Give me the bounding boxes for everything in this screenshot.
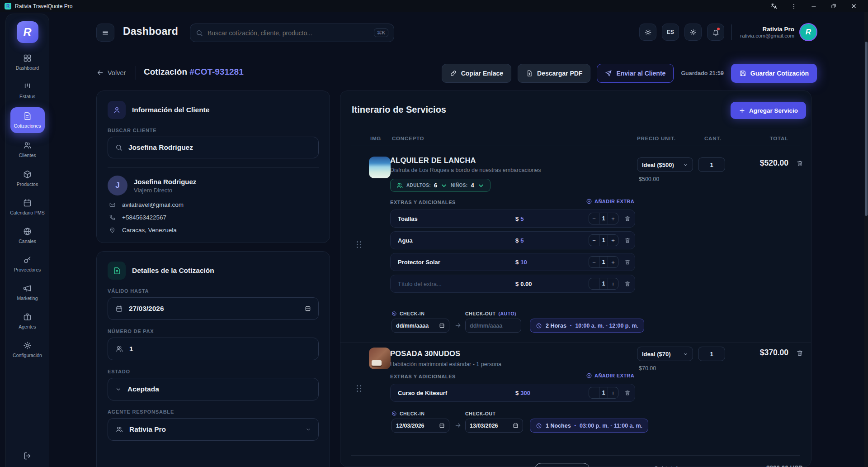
sidebar-item-proveedores[interactable]: Proveedores xyxy=(9,252,46,276)
close-icon[interactable] xyxy=(844,0,863,12)
minimize-icon[interactable] xyxy=(804,0,824,12)
scrollbar-track[interactable] xyxy=(864,12,868,467)
menu-button[interactable] xyxy=(96,24,114,42)
sidebar-item-canales[interactable]: Canales xyxy=(9,224,46,248)
pax-field[interactable] xyxy=(108,338,319,360)
document-icon xyxy=(108,262,126,280)
add-service-button[interactable]: Agregar Servicio xyxy=(731,102,806,119)
minus-icon[interactable] xyxy=(589,215,599,222)
price-option-select[interactable]: Ideal ($500) xyxy=(637,157,693,172)
plus-icon[interactable] xyxy=(608,215,618,222)
link-icon xyxy=(450,70,457,77)
send-to-client-button[interactable]: Enviar al Cliente xyxy=(597,64,674,83)
language-button[interactable]: ES xyxy=(662,24,679,41)
quote-title: Cotización #COT-931281 xyxy=(144,67,244,77)
checkin-date-input[interactable]: 12/03/2026 xyxy=(392,419,449,433)
add-extra-button[interactable]: AÑADIR EXTRA xyxy=(586,198,634,205)
quantity-stepper[interactable]: 1 xyxy=(589,234,618,246)
client-search-field[interactable] xyxy=(108,137,319,158)
sidebar-item-cotizaciones[interactable]: Cotizaciones xyxy=(10,107,45,133)
delete-service-icon[interactable] xyxy=(796,160,803,167)
plus-icon[interactable] xyxy=(608,281,618,287)
arrow-left-icon xyxy=(96,69,104,76)
user-avatar[interactable]: R xyxy=(799,23,817,41)
service-image xyxy=(369,157,391,178)
checkout-date-input[interactable]: 13/03/2026 xyxy=(465,419,523,433)
extra-name-input[interactable] xyxy=(398,259,484,266)
status-select[interactable]: Aceptada xyxy=(108,378,319,400)
price-option-select[interactable]: Ideal ($70) xyxy=(637,347,693,361)
sidebar-item-dashboard[interactable]: Dashboard xyxy=(9,50,46,74)
add-extra-button[interactable]: AÑADIR EXTRA xyxy=(586,372,634,379)
extra-price[interactable]: $10 xyxy=(515,259,527,266)
sidebar-item-configuracion[interactable]: Configuración xyxy=(9,338,46,362)
logout-icon[interactable] xyxy=(23,451,32,461)
plus-icon[interactable] xyxy=(608,390,618,396)
extra-price[interactable]: $0.00 xyxy=(515,281,532,287)
checkin-date-input[interactable]: dd/mm/aaaa xyxy=(392,319,449,333)
plus-icon[interactable] xyxy=(608,237,618,244)
quantity-stepper[interactable]: 1 xyxy=(589,213,618,224)
minus-icon[interactable] xyxy=(589,237,599,244)
notifications-button[interactable] xyxy=(707,24,724,41)
save-quote-button[interactable]: Guardar Cotización xyxy=(731,64,817,83)
delete-extra-icon[interactable] xyxy=(624,215,631,222)
extra-price[interactable]: $300 xyxy=(515,390,530,396)
quantity-stepper[interactable]: 1 xyxy=(589,387,618,399)
valid-until-field[interactable] xyxy=(108,297,319,320)
extra-name-input[interactable] xyxy=(398,281,484,287)
minus-icon[interactable] xyxy=(589,281,599,287)
checkout-label: CHECK-OUT (AUTO) xyxy=(465,311,516,316)
pax-input[interactable] xyxy=(129,345,311,353)
sidebar-item-productos[interactable]: Productos xyxy=(9,167,46,191)
client-search-input[interactable] xyxy=(128,143,311,152)
adults-value: 6 xyxy=(434,182,437,189)
quote-number: #COT-931281 xyxy=(189,67,243,76)
download-pdf-button[interactable]: Descargar PDF xyxy=(518,64,590,83)
extra-price[interactable]: $5 xyxy=(515,215,524,222)
delete-extra-icon[interactable] xyxy=(624,259,631,265)
kebab-menu-icon[interactable] xyxy=(784,0,804,12)
client-avatar: J xyxy=(108,176,127,195)
minus-icon[interactable] xyxy=(589,259,599,266)
target-icon xyxy=(392,311,397,316)
sidebar-item-agentes[interactable]: Agentes xyxy=(9,309,46,333)
brand-logo[interactable]: R xyxy=(17,21,38,43)
translate-icon[interactable] xyxy=(764,0,784,12)
send-icon xyxy=(605,70,612,77)
checkout-date-input[interactable]: dd/mm/aaaa xyxy=(465,319,521,333)
saved-status: Guardado 21:59 xyxy=(680,70,724,76)
global-search[interactable]: ⌘K xyxy=(190,24,394,42)
plus-icon[interactable] xyxy=(608,259,618,266)
users-icon xyxy=(396,182,403,189)
sidebar-item-clientes[interactable]: Clientes xyxy=(9,138,46,162)
sidebar-item-calendario-pms[interactable]: Calendario PMS xyxy=(9,195,46,219)
plus-circle-icon xyxy=(586,198,592,205)
sidebar-item-marketing[interactable]: Marketing xyxy=(9,281,46,305)
maximize-icon[interactable] xyxy=(824,0,844,12)
delete-service-icon[interactable] xyxy=(796,349,803,357)
extra-name-input[interactable] xyxy=(398,390,484,396)
agent-select[interactable]: Rativia Pro xyxy=(108,418,319,441)
quantity-stepper[interactable]: 1 xyxy=(589,278,618,290)
delete-extra-icon[interactable] xyxy=(624,281,631,287)
minus-icon[interactable] xyxy=(589,390,599,396)
footer-button[interactable] xyxy=(534,463,590,467)
extra-name-input[interactable] xyxy=(398,237,484,244)
scrollbar-thumb[interactable] xyxy=(865,42,868,216)
valid-until-input[interactable] xyxy=(129,305,299,313)
delete-extra-icon[interactable] xyxy=(624,390,631,396)
delete-extra-icon[interactable] xyxy=(624,237,631,243)
sidebar-item-estatus[interactable]: Estatus xyxy=(9,79,46,103)
extra-name-input[interactable] xyxy=(398,215,484,222)
extra-price[interactable]: $5 xyxy=(515,237,524,244)
settings-button[interactable] xyxy=(684,24,702,41)
quantity-stepper[interactable]: 1 xyxy=(589,256,618,268)
chevron-down-icon xyxy=(115,386,122,392)
pax-selector[interactable]: ADULTOS: 6 NIÑOS: 4 xyxy=(390,179,491,192)
user-info[interactable]: Rativia Pro rativia.com@gmail.com xyxy=(738,26,794,38)
search-input[interactable] xyxy=(208,29,369,37)
copy-link-button[interactable]: Copiar Enlace xyxy=(442,64,511,83)
back-button[interactable]: Volver xyxy=(96,69,126,76)
theme-toggle-button[interactable] xyxy=(639,24,656,41)
